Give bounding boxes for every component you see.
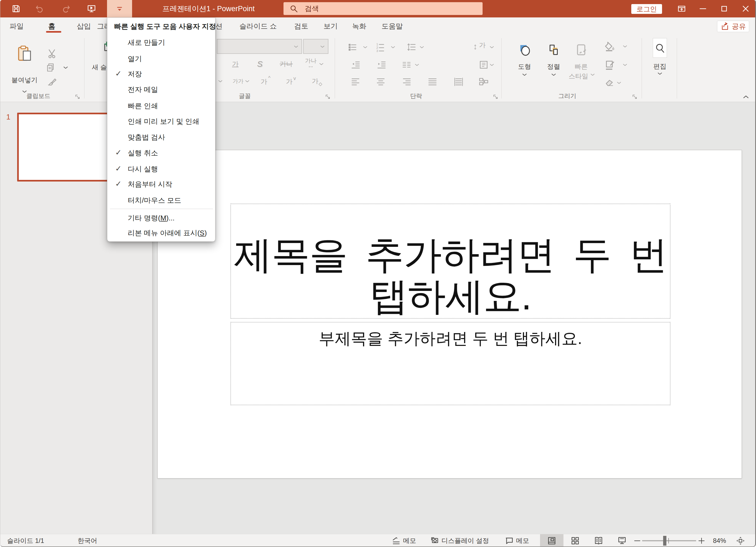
text-direction-icon[interactable] [479,60,488,69]
text-shadow-button[interactable]: S [257,59,263,69]
menu-item[interactable]: 전자 메일 [107,84,215,96]
quick-styles-icon[interactable] [575,44,587,56]
font-size-combobox[interactable] [303,39,328,54]
tab-7[interactable]: 보기 [324,17,338,35]
menu-item[interactable]: 리본 메뉴 아래에 표시(S) [107,227,215,239]
eraser-chevron-icon[interactable] [616,80,622,86]
menu-item[interactable]: 새로 만들기 [107,36,215,48]
zoom-out-button[interactable] [633,534,641,547]
menu-item[interactable]: ✓저장 [107,68,215,80]
close-button[interactable] [740,0,751,17]
tab-8[interactable]: 녹화 [352,17,366,35]
editing-label[interactable]: 편집 [653,62,666,71]
menu-item[interactable]: 열기 [107,53,215,65]
shrink-font-button[interactable]: 가 [286,77,292,86]
zoom-percent[interactable]: 84% [713,534,726,547]
tab-9[interactable]: 도움말 [382,17,403,35]
quick-styles-chevron-icon[interactable] [589,71,596,78]
menu-item[interactable]: 빠른 인쇄 [107,100,215,112]
align-right-icon[interactable] [402,77,411,87]
shapes-chevron-icon[interactable] [521,71,528,78]
copy-icon[interactable] [45,63,55,72]
clipboard-dialog-launcher-icon[interactable] [74,94,81,100]
paste-icon[interactable] [16,44,32,63]
slide-canvas[interactable]: 제목을 추가하려면 두 번 탭하세요. 부제목을 추가하려면 두 번 탭하세요. [157,150,742,478]
undo-icon[interactable] [34,0,45,17]
subtitle-placeholder[interactable]: 부제목을 추가하려면 두 번 탭하세요. [230,322,670,405]
format-painter-icon[interactable] [47,76,57,86]
slideshow-view-button[interactable] [610,534,634,547]
bullets-chevron-icon[interactable] [362,44,368,50]
arrange-icon[interactable] [547,44,560,56]
clear-formatting-button[interactable]: 가 [312,77,318,86]
notes-button[interactable]: 메모 [392,534,416,547]
shapes-icon[interactable] [518,44,531,56]
increase-indent-icon[interactable] [377,60,386,70]
tab-0[interactable]: 파일 [10,17,24,35]
menu-item[interactable]: ✓다시 실행 [107,163,215,175]
drawing-dialog-launcher-icon[interactable] [632,94,638,100]
display-settings-button[interactable]: 디스플레이 설정 [430,534,489,547]
font-size-pair-button[interactable]: 가가 [233,78,243,85]
valign-chevron-icon[interactable] [489,44,495,50]
qat-customize-button[interactable] [107,0,132,17]
comments-button[interactable]: 메모 [505,534,529,547]
slide-sorter-view-button[interactable] [563,534,587,547]
arrange-chevron-icon[interactable] [550,71,557,78]
share-button[interactable]: 공유 [717,21,749,32]
tab-5[interactable]: 슬라이드 쇼 [239,17,277,35]
paste-label[interactable]: 붙여넣기 [11,76,38,84]
ribbon-display-options-icon[interactable] [676,0,687,17]
bullets-icon[interactable] [348,42,358,52]
redo-icon[interactable] [61,0,72,17]
menu-item[interactable]: ✓실행 취소 [107,147,215,159]
shapes-label[interactable]: 도형 [518,62,531,71]
columns-icon[interactable] [402,60,411,70]
paragraph-dialog-launcher-icon[interactable] [492,94,499,100]
tab-2[interactable]: 삽입 [77,17,91,35]
editing-icon-box[interactable] [653,38,667,58]
valign-text-button[interactable]: 가 [479,41,486,50]
maximize-button[interactable] [719,0,730,17]
copy-chevron-icon[interactable] [62,64,69,71]
login-button[interactable]: 로그인 [631,4,662,14]
font-dialog-launcher-icon[interactable] [325,94,331,100]
shape-outline-chevron-icon[interactable] [622,62,628,68]
hidden-chevron-icon[interactable] [217,78,224,84]
arrange-label[interactable]: 정렬 [547,62,560,71]
font-name-combobox[interactable] [217,39,302,54]
start-slideshow-icon[interactable] [86,0,97,17]
zoom-in-button[interactable] [697,534,706,547]
columns-chevron-icon[interactable] [414,62,420,68]
quick-styles-label-1[interactable]: 빠른 [575,62,588,71]
save-icon[interactable] [11,0,22,17]
search-input[interactable]: 검색 [283,2,483,15]
decrease-indent-icon[interactable] [351,60,361,70]
align-left-icon[interactable] [351,77,361,87]
menu-item[interactable]: 인쇄 미리 보기 및 인쇄 [107,115,215,127]
menu-item[interactable]: 터치/마우스 모드 [107,194,215,206]
char-spacing-button[interactable]: 가나 [305,57,316,65]
char-spacing-chevron-icon[interactable] [318,61,325,67]
normal-view-button[interactable] [540,534,563,547]
tab-6[interactable]: 검토 [294,17,308,35]
strikethrough-button[interactable]: 가나 [280,60,293,68]
minimize-button[interactable] [697,0,708,17]
line-spacing-icon[interactable] [407,42,416,52]
align-center-icon[interactable] [376,77,386,87]
menu-item[interactable]: 맞춤법 검사 [107,131,215,143]
smartart-icon[interactable] [479,77,489,87]
tab-4[interactable]: 션 [215,17,222,35]
cut-icon[interactable] [47,48,58,59]
underline-button[interactable]: 가 [232,60,239,68]
reading-view-button[interactable] [587,534,610,547]
tab-1[interactable]: 홈 [48,17,55,35]
slide-counter[interactable]: 슬라이드 1/1 [7,534,44,547]
menu-item[interactable]: ✓처음부터 시작 [107,178,215,190]
title-placeholder[interactable]: 제목을 추가하려면 두 번 탭하세요. [230,204,670,319]
numbering-chevron-icon[interactable] [390,44,396,50]
zoom-slider-thumb[interactable] [663,536,666,546]
shape-fill-icon[interactable] [605,41,615,52]
grow-font-button[interactable]: 가 [261,77,267,86]
numbering-icon[interactable]: 123 [376,42,385,52]
